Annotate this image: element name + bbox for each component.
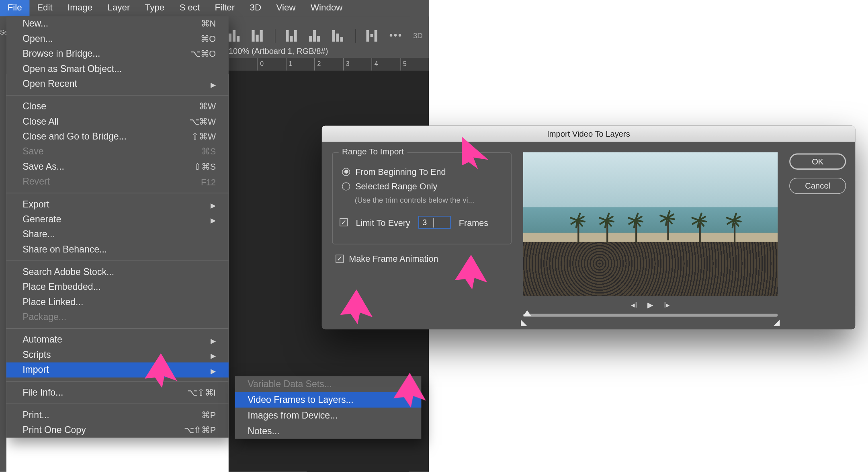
menu-window[interactable]: Window [303, 0, 350, 16]
menu-item-file-info[interactable]: File Info...⌥⇧⌘I [6, 385, 229, 400]
trim-in-handle[interactable]: ◣ [521, 317, 527, 326]
svg-marker-3 [145, 353, 177, 388]
menu-image[interactable]: Image [60, 0, 100, 16]
3d-mode-label[interactable]: 3D [413, 31, 423, 40]
svg-marker-4 [393, 373, 426, 407]
menu-edit[interactable]: Edit [29, 0, 60, 16]
menu-item-import[interactable]: Import▶ [6, 362, 229, 377]
menu-layer[interactable]: Layer [100, 0, 137, 16]
menu-type[interactable]: Type [137, 0, 172, 16]
menu-item-automate[interactable]: Automate▶ [6, 332, 229, 347]
menu-item-label: Close [23, 101, 46, 112]
menu-item-place-embedded[interactable]: Place Embedded... [6, 280, 229, 295]
distribute-icon[interactable] [286, 30, 299, 41]
menu-item-print-one-copy[interactable]: Print One Copy⌥⇧⌘P [6, 423, 229, 437]
align-icon[interactable] [229, 30, 242, 41]
menu-item-open-recent[interactable]: Open Recent▶ [6, 76, 229, 91]
radio-selected-range[interactable]: Selected Range Only [342, 181, 503, 191]
menu-item-close-and-go-to-bridge[interactable]: Close and Go to Bridge...⇧⌘W [6, 129, 229, 144]
checkbox-make-frame-anim[interactable] [336, 254, 344, 263]
distribute-icon-2[interactable] [309, 30, 322, 41]
menu-separator [6, 381, 229, 382]
menu-item-label: Place Linked... [23, 297, 83, 308]
menu-item-label: Open Recent [23, 79, 77, 89]
spacing-icon[interactable] [366, 30, 379, 41]
menu-item-place-linked[interactable]: Place Linked... [6, 295, 229, 310]
menu-item-close-all[interactable]: Close All⌥⌘W [6, 114, 229, 129]
menu-3d[interactable]: 3D [242, 0, 269, 16]
menu-item-label: Search Adobe Stock... [23, 267, 114, 277]
submenu-item-images-from-device[interactable]: Images from Device... [235, 408, 422, 423]
cancel-button[interactable]: Cancel [789, 178, 846, 194]
ruler-tick [229, 58, 257, 71]
menu-item-label: New... [23, 18, 48, 29]
menu-select-tail[interactable]: ect [186, 0, 207, 16]
menu-item-new[interactable]: New...⌘N [6, 16, 229, 31]
menu-item-generate[interactable]: Generate▶ [6, 212, 229, 227]
more-icon[interactable]: ••• [389, 31, 403, 41]
menu-item-share[interactable]: Share... [6, 227, 229, 242]
prev-frame-icon[interactable]: ◂Ⅰ [631, 300, 637, 309]
menu-item-label: Print One Copy [23, 425, 86, 435]
menu-item-share-on-behance[interactable]: Share on Behance... [6, 242, 229, 257]
import-video-dialog: Import Video To Layers Range To Import F… [322, 125, 856, 329]
menubar: File Edit Image Layer Type S ect Filter … [0, 0, 429, 16]
make-frame-label: Make Frame Animation [349, 254, 438, 263]
menu-item-scripts[interactable]: Scripts▶ [6, 347, 229, 362]
menu-item-print[interactable]: Print...⌘P [6, 408, 229, 423]
menu-item-browse-in-bridge[interactable]: Browse in Bridge...⌥⌘O [6, 46, 229, 61]
shortcut-label: ▶ [211, 350, 216, 359]
trim-bar[interactable]: ◣ ◢ [523, 314, 778, 316]
radio-label: From Beginning To End [355, 167, 446, 176]
shortcut-label: ⌥⇧⌘P [184, 425, 216, 435]
limit-frames-input[interactable]: 3 [418, 216, 451, 229]
menu-item-label: Close All [23, 116, 59, 127]
range-legend: Range To Import [338, 147, 407, 156]
menu-view[interactable]: View [269, 0, 303, 16]
menu-item-label: Share... [23, 229, 55, 240]
menu-select-partial[interactable]: S [172, 0, 186, 16]
svg-marker-1 [455, 255, 487, 289]
menu-file[interactable]: File [0, 0, 29, 16]
submenu-arrow-icon: ▶ [211, 352, 216, 360]
left-edge-bar: Se [0, 16, 6, 472]
ruler-tick: 1 [286, 58, 314, 71]
menu-item-open-as-smart-object[interactable]: Open as Smart Object... [6, 62, 229, 76]
file-menu-dropdown: New...⌘NOpen...⌘OBrowse in Bridge...⌥⌘OO… [6, 16, 229, 437]
checkbox-limit[interactable] [340, 218, 348, 226]
menu-filter[interactable]: Filter [207, 0, 242, 16]
submenu-item-notes[interactable]: Notes... [235, 423, 422, 439]
shortcut-label: ⌘W [199, 101, 216, 112]
menu-item-label: Scripts [23, 350, 51, 360]
separator [355, 29, 356, 43]
menu-item-export[interactable]: Export▶ [6, 197, 229, 212]
video-preview [523, 152, 778, 296]
menu-item-label: Export [23, 199, 49, 209]
dialog-title: Import Video To Layers [322, 125, 856, 142]
svg-marker-2 [340, 289, 373, 324]
distribute-icon-3[interactable] [332, 30, 345, 41]
menu-item-label: Package... [23, 312, 66, 322]
playhead-icon[interactable] [523, 310, 531, 316]
shortcut-label: ⇧⌘W [191, 131, 216, 142]
trim-out-handle[interactable]: ◢ [774, 317, 780, 326]
ruler-tick: 3 [343, 58, 371, 71]
play-icon[interactable]: ▶ [647, 300, 653, 309]
align-icon-2[interactable] [252, 30, 264, 41]
shortcut-label: ▶ [211, 79, 216, 89]
shortcut-label: ▶ [211, 199, 216, 209]
next-frame-icon[interactable]: Ⅰ▸ [664, 300, 670, 309]
ok-button[interactable]: OK [789, 154, 846, 170]
menu-item-open[interactable]: Open...⌘O [6, 31, 229, 46]
menu-item-label: Close and Go to Bridge... [23, 131, 127, 142]
menu-item-label: Import [23, 365, 49, 375]
document-tab[interactable]: 100% (Artboard 1, RGB/8#) [229, 46, 328, 55]
submenu-arrow-icon: ▶ [211, 81, 216, 89]
menu-item-label: File Info... [23, 387, 63, 398]
menu-item-close[interactable]: Close⌘W [6, 99, 229, 114]
menu-separator [6, 404, 229, 404]
menu-separator [6, 95, 229, 95]
menu-item-search-adobe-stock[interactable]: Search Adobe Stock... [6, 265, 229, 279]
shortcut-label: ⌥⌘W [189, 116, 216, 127]
menu-item-save-as[interactable]: Save As...⇧⌘S [6, 159, 229, 174]
